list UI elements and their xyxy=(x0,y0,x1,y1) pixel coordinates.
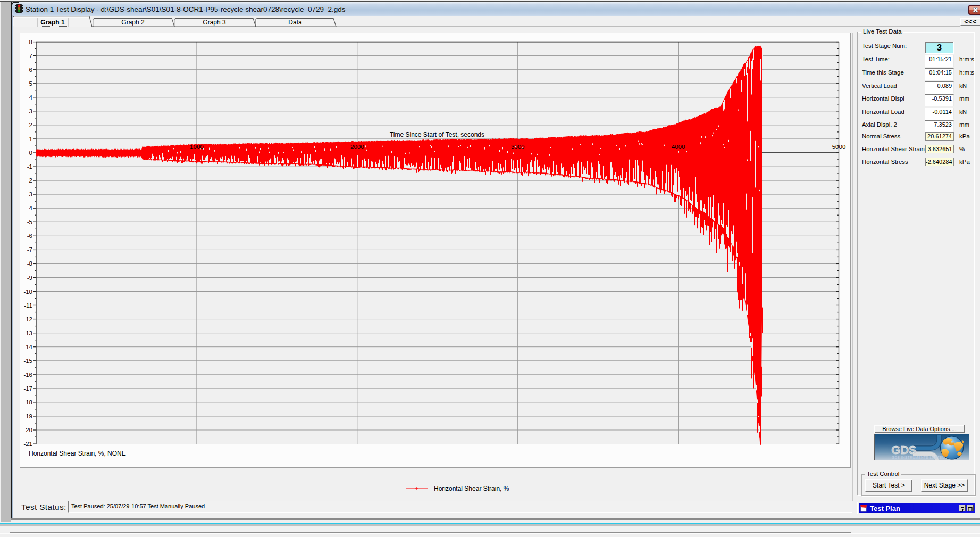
svg-text:-21: -21 xyxy=(23,441,32,447)
svg-text:5: 5 xyxy=(29,80,32,87)
svg-text:3: 3 xyxy=(29,108,32,114)
svg-text:-2: -2 xyxy=(27,177,32,184)
svg-text:-6: -6 xyxy=(27,233,32,239)
svg-text:-17: -17 xyxy=(23,385,32,392)
svg-text:0: 0 xyxy=(29,150,32,156)
svg-text:6: 6 xyxy=(29,67,32,73)
svg-text:-8: -8 xyxy=(27,260,32,267)
svg-text:GDS INSTRUMENTS LIMITED: GDS INSTRUMENTS LIMITED xyxy=(892,456,945,459)
svg-text:-1: -1 xyxy=(27,163,32,170)
svg-text:-16: -16 xyxy=(23,371,32,378)
svg-text:8: 8 xyxy=(29,39,32,45)
svg-text:Time Since Start of Test, seco: Time Since Start of Test, seconds xyxy=(390,131,484,138)
svg-text:GDS: GDS xyxy=(891,443,917,457)
svg-text:4: 4 xyxy=(29,94,33,101)
svg-text:-20: -20 xyxy=(23,427,32,433)
svg-text:4000: 4000 xyxy=(672,144,685,150)
svg-text:-10: -10 xyxy=(23,288,32,295)
svg-text:2: 2 xyxy=(29,122,32,128)
svg-text:-19: -19 xyxy=(23,413,32,419)
svg-text:5000: 5000 xyxy=(832,144,846,150)
svg-text:-18: -18 xyxy=(23,399,32,406)
svg-text:7: 7 xyxy=(29,53,32,59)
svg-text:-4: -4 xyxy=(27,205,33,211)
svg-text:-12: -12 xyxy=(23,316,32,323)
svg-text:2000: 2000 xyxy=(350,144,364,150)
svg-text:-5: -5 xyxy=(27,219,32,225)
svg-text:-14: -14 xyxy=(23,344,32,350)
svg-text:-13: -13 xyxy=(23,330,32,336)
svg-text:-7: -7 xyxy=(27,246,32,253)
svg-text:-11: -11 xyxy=(24,302,32,309)
svg-text:-3: -3 xyxy=(27,191,32,197)
svg-text:-15: -15 xyxy=(23,358,32,364)
svg-text:1000: 1000 xyxy=(190,144,204,150)
svg-text:3000: 3000 xyxy=(511,144,525,150)
svg-text:1: 1 xyxy=(29,136,32,142)
svg-text:-9: -9 xyxy=(27,275,32,281)
